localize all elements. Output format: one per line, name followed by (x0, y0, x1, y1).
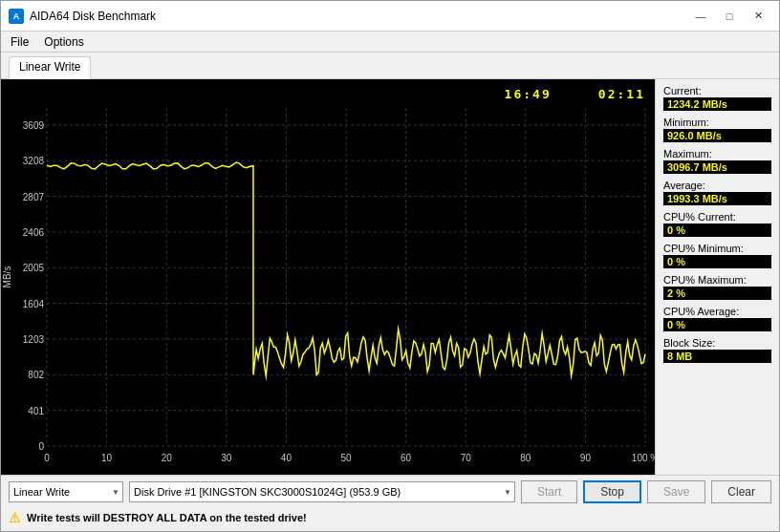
maximum-value: 3096.7 MB/s (663, 160, 771, 174)
save-button[interactable]: Save (647, 480, 705, 503)
title-controls: — □ ✕ (687, 7, 771, 26)
cpu-average-label: CPU% Average: (663, 306, 771, 317)
bottom-controls: Linear Write Linear Read Random Write Ra… (9, 479, 771, 504)
title-bar: A AIDA64 Disk Benchmark — □ ✕ (1, 1, 779, 32)
stat-block-size: Block Size: 8 MB (663, 337, 771, 363)
cpu-maximum-label: CPU% Maximum: (663, 274, 771, 286)
app-icon: A (9, 9, 24, 24)
drive-select[interactable]: Disk Drive #1 [KINGSTON SKC3000S1024G] (… (129, 481, 515, 502)
minimum-label: Minimum: (663, 117, 771, 128)
time-remaining: 02:11 (598, 87, 645, 101)
current-value: 1234.2 MB/s (663, 97, 771, 111)
minimum-value: 926.0 MB/s (663, 129, 771, 142)
tab-bar: Linear Write (1, 53, 779, 79)
block-size-value: 8 MB (663, 350, 771, 363)
stat-minimum: Minimum: 926.0 MB/s (663, 117, 771, 142)
close-button[interactable]: ✕ (745, 7, 771, 26)
average-label: Average: (663, 180, 771, 191)
main-window: A AIDA64 Disk Benchmark — □ ✕ File Optio… (0, 0, 780, 532)
benchmark-chart (1, 79, 655, 475)
drive-select-wrapper: Disk Drive #1 [KINGSTON SKC3000S1024G] (… (129, 481, 515, 502)
time-display: 16:49 02:11 (505, 87, 645, 101)
cpu-current-value: 0 % (663, 223, 771, 237)
block-size-label: Block Size: (663, 337, 771, 349)
stat-cpu-current: CPU% Current: 0 % (663, 211, 771, 237)
maximize-button[interactable]: □ (716, 7, 743, 26)
cpu-current-label: CPU% Current: (663, 211, 771, 223)
current-label: Current: (663, 85, 771, 96)
stop-button[interactable]: Stop (583, 480, 641, 503)
menu-file[interactable]: File (5, 33, 34, 50)
sidebar: Current: 1234.2 MB/s Minimum: 926.0 MB/s… (655, 79, 779, 475)
stat-cpu-minimum: CPU% Minimum: 0 % (663, 243, 771, 268)
menu-bar: File Options (1, 32, 779, 53)
cpu-average-value: 0 % (663, 318, 771, 331)
stat-maximum: Maximum: 3096.7 MB/s (663, 148, 771, 174)
warning-bar: ⚠ Write tests will DESTROY ALL DATA on t… (9, 508, 771, 527)
cpu-minimum-label: CPU% Minimum: (663, 243, 771, 254)
average-value: 1993.3 MB/s (663, 192, 771, 205)
stat-cpu-maximum: CPU% Maximum: 2 % (663, 274, 771, 300)
chart-area: 16:49 02:11 (1, 79, 655, 475)
maximum-label: Maximum: (663, 148, 771, 160)
window-title: AIDA64 Disk Benchmark (30, 10, 156, 23)
tab-linear-write[interactable]: Linear Write (9, 56, 91, 79)
time-elapsed: 16:49 (505, 87, 552, 101)
title-bar-left: A AIDA64 Disk Benchmark (9, 9, 156, 24)
minimize-button[interactable]: — (687, 7, 714, 26)
stat-cpu-average: CPU% Average: 0 % (663, 306, 771, 331)
stat-current: Current: 1234.2 MB/s (663, 85, 771, 111)
cpu-minimum-value: 0 % (663, 255, 771, 268)
main-area: 16:49 02:11 Current: 1234.2 MB/s Minimum… (1, 79, 779, 475)
test-select-wrapper: Linear Write Linear Read Random Write Ra… (9, 481, 123, 502)
test-select[interactable]: Linear Write Linear Read Random Write Ra… (9, 481, 123, 502)
cpu-maximum-value: 2 % (663, 287, 771, 300)
start-button[interactable]: Start (521, 480, 577, 503)
menu-options[interactable]: Options (38, 33, 89, 50)
bottom-bar: Linear Write Linear Read Random Write Ra… (1, 475, 779, 531)
stat-average: Average: 1993.3 MB/s (663, 180, 771, 205)
warning-text: Write tests will DESTROY ALL DATA on the… (27, 512, 307, 523)
clear-button[interactable]: Clear (711, 480, 771, 503)
warning-icon: ⚠ (9, 510, 21, 525)
